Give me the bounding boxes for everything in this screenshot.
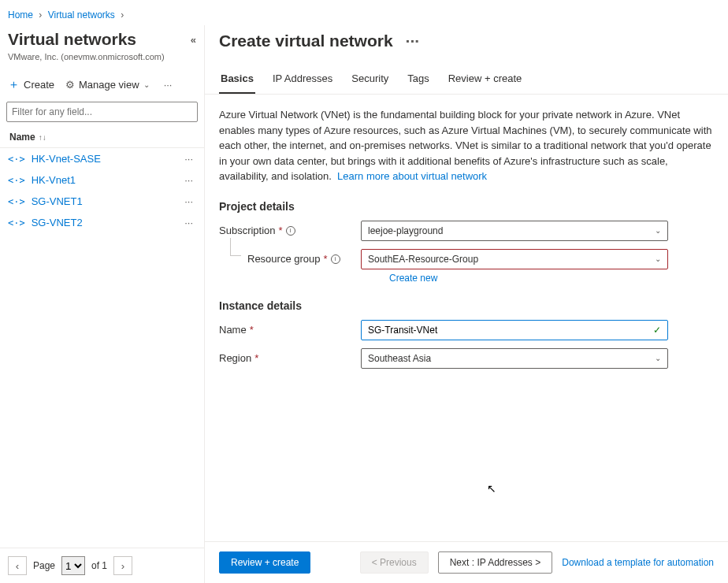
chevron-down-icon: ⌄ bbox=[143, 80, 150, 89]
column-header-name[interactable]: Name ↑↓ bbox=[0, 127, 204, 148]
row-more-icon[interactable]: ··· bbox=[181, 174, 196, 186]
breadcrumb-vnets[interactable]: Virtual networks bbox=[48, 9, 115, 20]
chevron-right-icon: › bbox=[39, 9, 42, 20]
row-more-icon[interactable]: ··· bbox=[181, 153, 196, 165]
tenant-label: VMware, Inc. (onevmw.onmicrosoft.com) bbox=[8, 52, 196, 61]
list-item[interactable]: <·>HK-Vnet1··· bbox=[0, 169, 204, 191]
next-page-button[interactable]: › bbox=[113, 556, 132, 575]
tab-tags[interactable]: Tags bbox=[406, 68, 430, 94]
sidebar-title: Virtual networks bbox=[8, 30, 136, 49]
name-input[interactable] bbox=[368, 325, 653, 336]
description-text: Azure Virtual Network (VNet) is the fund… bbox=[219, 107, 714, 184]
vnet-icon: <·> bbox=[8, 196, 25, 207]
create-new-rg-link[interactable]: Create new bbox=[389, 273, 437, 284]
page-title: Create virtual network bbox=[219, 32, 393, 50]
valid-check-icon: ✓ bbox=[653, 325, 661, 336]
sort-asc-icon: ↑↓ bbox=[39, 133, 46, 142]
chevron-down-icon: ⌄ bbox=[655, 226, 661, 235]
required-icon: * bbox=[254, 352, 258, 364]
row-more-icon[interactable]: ··· bbox=[181, 217, 196, 228]
more-actions-icon[interactable]: ··· bbox=[161, 79, 176, 91]
pager: ‹ Page 1 of 1 › bbox=[0, 548, 204, 583]
tab-security[interactable]: Security bbox=[350, 68, 390, 94]
name-input-wrap: ✓ bbox=[361, 320, 668, 340]
chevron-down-icon: ⌄ bbox=[655, 354, 661, 362]
resource-group-label: Resource group bbox=[247, 253, 321, 265]
tab-ip-addresses[interactable]: IP Addresses bbox=[271, 68, 334, 94]
sidebar: Virtual networks « VMware, Inc. (onevmw.… bbox=[0, 25, 205, 583]
review-create-button[interactable]: Review + create bbox=[219, 551, 310, 574]
required-icon: * bbox=[324, 253, 328, 265]
previous-button: < Previous bbox=[360, 551, 429, 574]
resource-group-select[interactable]: SouthEA-Resource-Group ⌄ bbox=[361, 249, 668, 269]
section-project-details: Project details bbox=[219, 200, 714, 213]
vnet-icon: <·> bbox=[8, 217, 25, 228]
collapse-sidebar-icon[interactable]: « bbox=[191, 34, 196, 46]
info-icon[interactable]: i bbox=[331, 254, 340, 264]
create-button[interactable]: ＋ Create bbox=[8, 77, 54, 92]
list-item[interactable]: <·>SG-VNET2··· bbox=[0, 212, 204, 233]
breadcrumb: Home › Virtual networks › bbox=[0, 0, 728, 25]
chevron-right-icon: › bbox=[121, 9, 124, 20]
gear-icon: ⚙ bbox=[65, 79, 75, 91]
row-more-icon[interactable]: ··· bbox=[181, 195, 196, 207]
region-label: Region bbox=[219, 352, 251, 364]
breadcrumb-home[interactable]: Home bbox=[8, 9, 33, 20]
section-instance-details: Instance details bbox=[219, 299, 714, 312]
main-panel: Create virtual network ··· BasicsIP Addr… bbox=[205, 25, 728, 583]
vnet-icon: <·> bbox=[8, 175, 25, 186]
manage-view-button[interactable]: ⚙ Manage view ⌄ bbox=[65, 79, 150, 91]
wizard-footer: Review + create < Previous Next : IP Add… bbox=[205, 541, 728, 583]
filter-input[interactable] bbox=[6, 102, 198, 122]
subscription-label: Subscription bbox=[219, 225, 276, 236]
learn-more-link[interactable]: Learn more about virtual network bbox=[337, 170, 487, 182]
page-select[interactable]: 1 bbox=[61, 556, 85, 575]
list-item[interactable]: <·>SG-VNET1··· bbox=[0, 191, 204, 212]
tab-review-create[interactable]: Review + create bbox=[447, 68, 524, 94]
region-select[interactable]: Southeast Asia ⌄ bbox=[361, 348, 668, 369]
title-more-icon[interactable]: ··· bbox=[403, 32, 423, 50]
info-icon[interactable]: i bbox=[286, 226, 295, 236]
tab-basics[interactable]: Basics bbox=[219, 68, 255, 94]
plus-icon: ＋ bbox=[8, 77, 20, 92]
next-button[interactable]: Next : IP Addresses > bbox=[438, 551, 553, 574]
chevron-down-icon: ⌄ bbox=[655, 254, 661, 263]
prev-page-button[interactable]: ‹ bbox=[8, 556, 27, 575]
list-item[interactable]: <·>HK-Vnet-SASE··· bbox=[0, 148, 204, 169]
vnet-icon: <·> bbox=[8, 154, 25, 165]
subscription-select[interactable]: leejoe-playground ⌄ bbox=[361, 221, 668, 241]
download-template-link[interactable]: Download a template for automation bbox=[562, 557, 714, 568]
required-icon: * bbox=[279, 225, 283, 236]
required-icon: * bbox=[250, 324, 254, 336]
name-label: Name bbox=[219, 324, 247, 336]
